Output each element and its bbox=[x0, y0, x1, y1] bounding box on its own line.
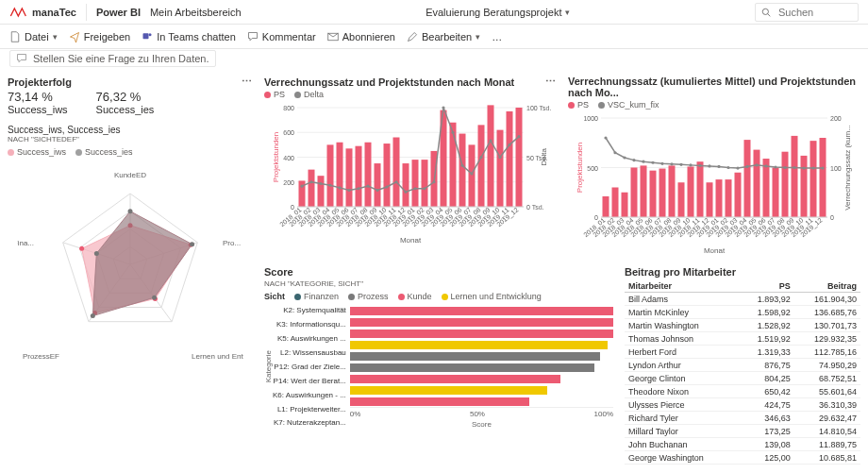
search-box[interactable] bbox=[755, 3, 859, 22]
score-bar-row[interactable] bbox=[350, 373, 613, 384]
visual-table[interactable]: Beitrag pro Mitarbeiter MitarbeiterPSBei… bbox=[625, 266, 860, 467]
radar-chart: KundeEDPro...Lernen und Entwic...Prozess… bbox=[17, 160, 243, 378]
visual-menu-icon[interactable]: ⋯ bbox=[545, 76, 557, 88]
table-row[interactable]: George Washington125,0010.685,81 bbox=[625, 451, 860, 465]
score-bar-row[interactable] bbox=[350, 316, 613, 328]
legend-item[interactable]: Success_iws bbox=[8, 147, 66, 157]
kpi: 76,32 %Success_ies bbox=[96, 90, 155, 115]
legend-item[interactable]: Delta bbox=[294, 90, 324, 99]
table-header[interactable]: PS bbox=[734, 279, 794, 293]
qna-input[interactable]: Stellen Sie eine Frage zu Ihren Daten. bbox=[9, 50, 216, 67]
score-bar-row[interactable] bbox=[350, 396, 613, 407]
legend-item[interactable]: Kunde bbox=[398, 292, 432, 301]
workspace-name[interactable]: Mein Arbeitsbereich bbox=[150, 7, 242, 18]
mail-icon bbox=[327, 31, 339, 42]
cmd-file[interactable]: Datei ▾ bbox=[9, 31, 58, 42]
legend-item[interactable]: Success_ies bbox=[75, 147, 133, 157]
svg-rect-141 bbox=[716, 179, 723, 217]
legend-item[interactable]: VSC_kum_fix bbox=[598, 100, 659, 110]
table-header[interactable]: Beitrag bbox=[794, 279, 860, 293]
svg-text:0: 0 bbox=[830, 214, 834, 221]
visual-projekterfolg[interactable]: Projekterfolg ⋯ 73,14 %Success_iws76,32 … bbox=[8, 76, 253, 115]
table-row[interactable]: Lyndon Arthur876,7574.950,29 bbox=[625, 359, 860, 372]
svg-text:400: 400 bbox=[283, 155, 294, 161]
score-bar-row[interactable] bbox=[350, 362, 613, 373]
table-row[interactable]: Thomas Johnson1.519,92129.932,35 bbox=[625, 332, 860, 346]
visual-menu-icon[interactable]: ⋯ bbox=[242, 76, 253, 88]
product-name[interactable]: Power BI bbox=[96, 7, 141, 18]
legend-item[interactable]: Prozess bbox=[348, 292, 389, 301]
cmd-comment[interactable]: Kommentar bbox=[247, 31, 316, 42]
cmd-teams[interactable]: In Teams chatten bbox=[142, 31, 236, 42]
svg-rect-130 bbox=[612, 188, 619, 218]
score-cat-label: K3: Informationsqu... bbox=[273, 320, 346, 329]
app-bar: manaTec Power BI Mein Arbeitsbereich Eva… bbox=[0, 0, 868, 25]
score-bar-row[interactable] bbox=[350, 384, 613, 396]
table-row[interactable]: John Buchanan139,0811.889,75 bbox=[625, 438, 860, 451]
table-row[interactable]: Millard Taylor173,2514.810,54 bbox=[625, 425, 860, 438]
table-header[interactable]: Mitarbeiter bbox=[625, 279, 734, 293]
svg-rect-142 bbox=[726, 179, 732, 217]
table-row[interactable]: Martin Washington1.528,92130.701,73 bbox=[625, 319, 860, 332]
svg-point-29 bbox=[91, 313, 95, 318]
right-column: Verrechnungssatz und Projektstunden nach… bbox=[264, 76, 860, 467]
visual-subtitle: nach "KATEGORIE, SICHT" bbox=[264, 279, 613, 288]
score-bar-row[interactable] bbox=[350, 328, 613, 339]
qna-bar: Stellen Sie eine Frage zu Ihren Daten. bbox=[0, 49, 868, 72]
combo2-legend: PSVSC_kum_fix bbox=[568, 100, 860, 110]
visual-combo1[interactable]: Verrechnungssatz und Projektstunden nach… bbox=[264, 76, 557, 257]
score-bar-row[interactable] bbox=[350, 305, 613, 316]
svg-text:500: 500 bbox=[587, 165, 598, 172]
svg-rect-148 bbox=[782, 152, 789, 217]
table-row[interactable]: Theodore Nixon650,4255.601,64 bbox=[625, 385, 860, 398]
search-input[interactable] bbox=[776, 6, 852, 19]
svg-point-24 bbox=[79, 246, 84, 251]
teams-icon bbox=[142, 31, 153, 42]
table-row[interactable]: Bill Adams1.893,92161.904,30 bbox=[625, 293, 860, 306]
svg-rect-136 bbox=[669, 165, 676, 217]
cmd-share[interactable]: Freigeben bbox=[69, 31, 131, 42]
legend-title: Sicht bbox=[264, 292, 285, 301]
score-cat-label: L2: Wissensausbau bbox=[273, 348, 346, 357]
svg-rect-143 bbox=[735, 173, 742, 217]
visual-score[interactable]: Score nach "KATEGORIE, SICHT" SichtFinan… bbox=[264, 266, 613, 467]
svg-rect-48 bbox=[337, 143, 343, 207]
report-canvas: Projekterfolg ⋯ 73,14 %Success_iws76,32 … bbox=[0, 72, 868, 473]
table-row[interactable]: Herbert Ford1.319,33112.785,16 bbox=[625, 346, 860, 359]
table-header-row: MitarbeiterPSBeitrag bbox=[625, 279, 860, 293]
cmd-edit[interactable]: Bearbeiten ▾ bbox=[407, 31, 480, 42]
svg-rect-135 bbox=[659, 169, 666, 217]
kpi-row: 73,14 %Success_iws76,32 %Success_ies bbox=[8, 90, 253, 115]
svg-text:KundeED: KundeED bbox=[114, 171, 146, 179]
svg-rect-131 bbox=[622, 193, 628, 217]
table-row[interactable]: George Clinton804,2568.752,51 bbox=[625, 372, 860, 385]
report-dropdown[interactable]: Evaluierung Beratungsprojekt ▾ bbox=[426, 7, 570, 18]
legend-item[interactable]: Finanzen bbox=[294, 292, 339, 301]
visual-combo2[interactable]: Verrechnungssatz (kumuliertes Mittel) un… bbox=[568, 76, 860, 257]
score-bar-row[interactable] bbox=[350, 339, 613, 350]
visual-radar[interactable]: Success_iws, Success_ies nach "SICHTEDEF… bbox=[8, 125, 253, 378]
search-icon bbox=[761, 7, 771, 18]
svg-rect-134 bbox=[650, 171, 657, 217]
legend-item[interactable]: Lernen und Entwicklung bbox=[442, 292, 542, 301]
radar-subtitle: nach "SICHTEDEF" bbox=[8, 135, 253, 144]
cmd-subscribe[interactable]: Abonnieren bbox=[327, 31, 395, 42]
svg-rect-46 bbox=[318, 176, 325, 207]
cmd-more[interactable]: … bbox=[492, 31, 502, 42]
comment-icon bbox=[247, 31, 259, 42]
legend-item[interactable]: PS bbox=[568, 100, 589, 110]
cmd-share-label: Freigeben bbox=[84, 31, 131, 42]
svg-text:200: 200 bbox=[283, 179, 294, 186]
svg-text:Verrechnungssatz (kum...: Verrechnungssatz (kum... bbox=[843, 125, 852, 211]
table-row[interactable]: Ulysses Pierce424,7536.310,39 bbox=[625, 398, 860, 412]
axis-tick: 50% bbox=[470, 410, 485, 418]
table-row[interactable]: Richard Tyler346,6329.632,47 bbox=[625, 412, 860, 425]
radar-title: Success_iws, Success_ies bbox=[8, 125, 253, 135]
svg-rect-2 bbox=[143, 33, 149, 39]
score-cat-label: P12: Grad der Ziele... bbox=[273, 363, 346, 371]
visual-title: Beitrag pro Mitarbeiter bbox=[625, 266, 736, 278]
score-bar-row[interactable] bbox=[350, 350, 613, 362]
table-row[interactable]: Martin McKinley1.598,92136.685,76 bbox=[625, 306, 860, 319]
legend-item[interactable]: PS bbox=[264, 90, 285, 99]
svg-rect-57 bbox=[422, 160, 428, 207]
